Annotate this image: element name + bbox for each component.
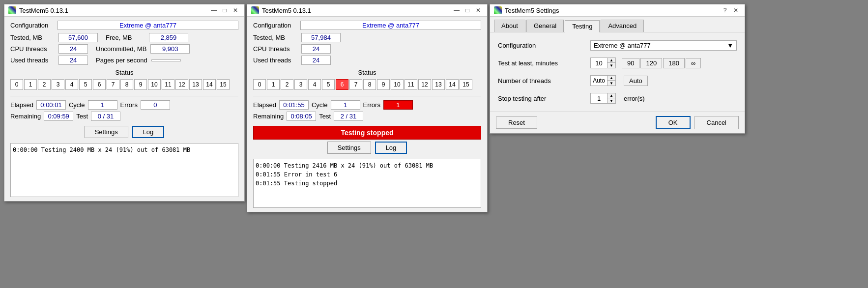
title-1: TestMem5 0.13.1 <box>19 7 206 14</box>
stop-after-down[interactable]: ▼ <box>608 98 615 103</box>
status-cell-2-15: 15 <box>460 79 472 90</box>
cycle-label-2: Cycle <box>312 101 328 109</box>
test-at-least-up[interactable]: ▲ <box>608 58 615 63</box>
title-2: TestMem5 0.13.1 <box>262 7 449 14</box>
minimize-button-1[interactable]: — <box>209 6 219 14</box>
close-button-2[interactable]: ✕ <box>473 6 483 14</box>
status-cell-2-0: 0 <box>253 79 266 90</box>
remaining-value-2: 0:08:05 <box>287 112 316 121</box>
tested-value-1: 57,600 <box>58 33 98 42</box>
status-cell-2-11: 11 <box>405 79 417 90</box>
log-area-2: 0:00:00 Testing 2416 MB x 24 (91%) out o… <box>253 159 481 208</box>
errors-value-2: 1 <box>383 100 413 110</box>
test-label-2: Test <box>319 113 331 120</box>
settings-tab-general[interactable]: General <box>526 20 564 32</box>
status-cell-1-10: 10 <box>148 79 161 90</box>
config-settings-label: Configuration <box>498 42 586 49</box>
test-at-least-down[interactable]: ▼ <box>608 63 615 68</box>
settings-footer: Reset OK Cancel <box>490 112 745 133</box>
status-grid-1: 0123456789101112131415 <box>10 79 238 90</box>
config-row-2: Configuration Extreme @ anta777 <box>253 21 481 30</box>
content-1: Configuration Extreme @ anta777 Tested, … <box>4 17 244 201</box>
settings-tab-about[interactable]: About <box>494 20 525 32</box>
status-cell-2-10: 10 <box>391 79 404 90</box>
status-cell-2-8: 8 <box>363 79 376 90</box>
settings-button-1[interactable]: Settings <box>85 126 128 138</box>
log-button-1[interactable]: Log <box>132 126 165 138</box>
status-cell-2-1: 1 <box>267 79 280 90</box>
status-cell-1-8: 8 <box>120 79 133 90</box>
remaining-value-1: 0:09:59 <box>44 112 73 121</box>
status-cell-1-13: 13 <box>189 79 202 90</box>
status-cell-2-5: 5 <box>322 79 335 90</box>
status-cell-1-14: 14 <box>203 79 216 90</box>
status-cell-1-9: 9 <box>134 79 147 90</box>
cancel-button[interactable]: Cancel <box>694 116 739 129</box>
maximize-button-1[interactable]: □ <box>220 6 230 14</box>
status-cell-2-2: 2 <box>281 79 293 90</box>
settings-tab-advanced[interactable]: Advanced <box>601 20 644 32</box>
status-cell-1-3: 3 <box>52 79 64 90</box>
stop-after-up[interactable]: ▲ <box>608 93 615 98</box>
stop-after-value: 1 <box>591 94 607 103</box>
title-controls-2: — □ ✕ <box>452 6 483 14</box>
status-cell-1-4: 4 <box>65 79 78 90</box>
uncommitted-label-1: Uncommitted, MB <box>96 45 146 53</box>
maximize-button-2[interactable]: □ <box>463 6 472 14</box>
cycle-value-1: 1 <box>88 100 117 110</box>
content-2: Configuration Extreme @ anta777 Tested, … <box>247 17 487 212</box>
status-cell-1-6: 6 <box>93 79 106 90</box>
elapsed-value-2: 0:01:55 <box>279 100 309 110</box>
time-preset-120[interactable]: 120 <box>640 58 662 68</box>
settings-tab-testing[interactable]: Testing <box>565 20 600 32</box>
settings-app-icon <box>494 6 502 14</box>
elapsed-row-1: Elapsed 0:00:01 Cycle 1 Errors 0 <box>10 100 238 110</box>
settings-button-2[interactable]: Settings <box>327 142 371 154</box>
stop-after-suffix: error(s) <box>624 95 645 102</box>
cpu-value-1: 24 <box>58 44 88 54</box>
btn-row-2: Testing stopped Settings Log <box>253 126 481 154</box>
stop-button-2[interactable]: Testing stopped <box>253 126 481 140</box>
log-button-2[interactable]: Log <box>375 142 407 154</box>
reset-button[interactable]: Reset <box>496 116 537 129</box>
time-preset-90[interactable]: 90 <box>622 58 639 68</box>
ok-button[interactable]: OK <box>656 116 691 129</box>
settings-content: Configuration Extreme @ anta777 ▼ Test a… <box>490 32 745 112</box>
used-label-1: Used threads <box>10 57 55 64</box>
threads-spin: Auto ▲ ▼ <box>590 75 616 86</box>
test-value-1: 0 / 31 <box>91 112 120 121</box>
title-bar-1: TestMem5 0.13.1 — □ ✕ <box>4 4 244 17</box>
minimize-button-2[interactable]: — <box>452 6 462 14</box>
remaining-label-2: Remaining <box>253 113 284 120</box>
config-dropdown[interactable]: Extreme @ anta777 ▼ <box>590 40 737 51</box>
cycle-value-2: 1 <box>331 100 360 110</box>
status-cell-1-12: 12 <box>175 79 188 90</box>
title-bar-2: TestMem5 0.13.1 — □ ✕ <box>247 4 487 17</box>
used-label-2: Used threads <box>253 57 297 64</box>
threads-up[interactable]: ▲ <box>608 76 615 81</box>
threads-auto-btn[interactable]: Auto <box>624 76 648 86</box>
settings-close-btn[interactable]: ✕ <box>731 6 741 14</box>
time-preset-∞[interactable]: ∞ <box>686 58 701 68</box>
config-value-1: Extreme @ anta777 <box>58 21 238 30</box>
chevron-down-icon: ▼ <box>727 42 733 49</box>
elapsed-value-1: 0:00:01 <box>36 100 66 110</box>
settings-help-btn[interactable]: ? <box>720 6 730 14</box>
time-preset-180[interactable]: 180 <box>663 58 685 68</box>
threads-down[interactable]: ▼ <box>608 81 615 86</box>
elapsed-label-2: Elapsed <box>253 101 276 109</box>
status-cell-2-3: 3 <box>294 79 307 90</box>
settings-title: TestMem5 Settings <box>505 7 717 14</box>
used-row-2: Used threads 24 <box>253 56 481 65</box>
uncommitted-value-1: 9,903 <box>150 44 190 54</box>
cpu-label-2: CPU threads <box>253 45 297 53</box>
status-cell-1-1: 1 <box>24 79 37 90</box>
footer-right: OK Cancel <box>656 116 739 129</box>
errors-value-1: 0 <box>141 100 170 110</box>
app-icon-2 <box>251 6 259 14</box>
remaining-row-1: Remaining 0:09:59 Test 0 / 31 <box>10 112 238 121</box>
log-area-1: 0:00:00 Testing 2400 MB x 24 (91%) out o… <box>10 143 238 197</box>
tested-label-2: Tested, MB <box>253 34 297 41</box>
close-button-1[interactable]: ✕ <box>231 6 240 14</box>
status-title-2: Status <box>253 69 481 76</box>
